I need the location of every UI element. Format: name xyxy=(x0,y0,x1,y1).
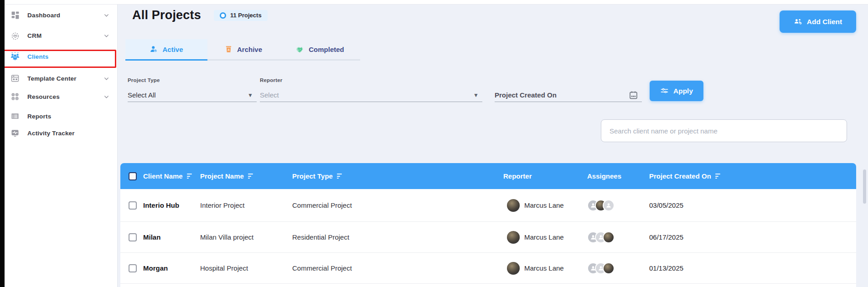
reporter-cell: Marcus Lane xyxy=(503,199,581,212)
row-checkbox[interactable] xyxy=(129,233,137,241)
vertical-scrollbar[interactable] xyxy=(863,169,866,204)
add-client-label: Add Client xyxy=(807,18,842,26)
main-content: All Projects 11 Projects Add Client Acti… xyxy=(118,0,868,287)
chevron-down-icon[interactable] xyxy=(103,12,109,18)
project-type: Commercial Project xyxy=(292,264,503,272)
chevron-down-icon[interactable] xyxy=(103,76,109,82)
calendar-icon xyxy=(629,90,642,100)
select-all-checkbox[interactable] xyxy=(129,172,137,180)
project-type: Residential Project xyxy=(292,233,503,241)
sidebar-item-label: CRM xyxy=(27,32,41,39)
add-client-button[interactable]: Add Client xyxy=(780,10,856,33)
search-bar xyxy=(601,119,847,142)
reporter-name: Marcus Lane xyxy=(524,233,564,241)
sidebar-item-label: Clients xyxy=(27,53,48,60)
person-check-icon xyxy=(150,45,158,53)
assignee-avatar[interactable] xyxy=(603,262,615,274)
reporter-name: Marcus Lane xyxy=(524,201,564,209)
sidebar-item-reports[interactable]: Reports xyxy=(5,108,117,125)
column-project-name[interactable]: Project Name xyxy=(200,172,292,180)
project-type: Commercial Project xyxy=(292,201,503,209)
add-client-icon xyxy=(794,17,802,26)
reporter-select[interactable]: Select ▼ xyxy=(260,88,482,102)
page-title: All Projects xyxy=(132,8,201,22)
column-client-name[interactable]: Client Name xyxy=(143,172,200,180)
circle-badge-icon xyxy=(220,12,226,19)
crm-icon xyxy=(10,31,20,41)
title-row: All Projects 11 Projects xyxy=(132,8,268,22)
sidebar-item-dashboard[interactable]: Dashboard xyxy=(5,6,117,24)
tab-completed[interactable]: Completed xyxy=(279,39,360,61)
search-input[interactable] xyxy=(601,119,847,142)
tab-archive[interactable]: Archive xyxy=(207,39,279,61)
project-name: Hospital Project xyxy=(200,264,292,272)
app-window: Dashboard CRM xyxy=(0,0,868,287)
template-center-icon xyxy=(10,73,20,83)
sidebar-item-activity-tracker[interactable]: Activity Tracker xyxy=(5,124,117,142)
row-checkbox[interactable] xyxy=(129,264,137,272)
project-name: Milan Villa project xyxy=(200,233,292,241)
sidebar-item-crm[interactable]: CRM xyxy=(5,27,117,44)
chevron-down-icon[interactable] xyxy=(103,94,109,100)
dropdown-arrow-icon: ▼ xyxy=(248,92,257,98)
assignee-avatar[interactable] xyxy=(603,200,615,211)
project-created-date: 06/17/2025 xyxy=(649,233,856,241)
projects-count-badge: 11 Projects xyxy=(214,10,268,21)
project-created-date: 03/05/2025 xyxy=(649,201,856,209)
reporter-avatar xyxy=(507,231,520,244)
column-project-type[interactable]: Project Type xyxy=(292,172,503,180)
sidebar-item-resources[interactable]: Resources xyxy=(5,88,117,105)
apply-button[interactable]: Apply xyxy=(650,81,703,101)
sidebar-item-label: Resources xyxy=(27,93,60,100)
column-project-created-on[interactable]: Project Created On xyxy=(649,172,856,180)
resources-icon xyxy=(10,92,20,102)
assignee-avatar[interactable] xyxy=(603,231,615,243)
tab-label: Active xyxy=(162,46,183,53)
tabs-bar: Active Archive Completed xyxy=(125,39,360,61)
sidebar-item-label: Activity Tracker xyxy=(27,130,75,137)
window-left-edge xyxy=(0,0,5,287)
sort-icon[interactable] xyxy=(187,174,192,179)
apply-label: Apply xyxy=(673,87,693,95)
tab-active[interactable]: Active xyxy=(125,39,207,61)
reporter-cell: Marcus Lane xyxy=(503,231,581,244)
tab-label: Archive xyxy=(237,46,262,53)
table-header-row: Client Name Project Name Project Type Re… xyxy=(120,163,856,189)
trash-recycle-icon xyxy=(225,45,232,53)
client-name: Milan xyxy=(143,233,200,241)
assignees-cell xyxy=(581,262,649,274)
project-type-value: Select All xyxy=(128,91,156,99)
table-row[interactable]: Interio Hub Interior Project Commercial … xyxy=(120,189,856,222)
assignees-cell xyxy=(581,200,649,211)
reports-icon xyxy=(10,111,20,121)
reporter-name: Marcus Lane xyxy=(524,264,564,272)
dropdown-arrow-icon: ▼ xyxy=(473,92,482,98)
date-placeholder: Project Created On xyxy=(495,91,557,99)
sort-icon[interactable] xyxy=(715,174,720,179)
project-type-select[interactable]: Select All ▼ xyxy=(128,88,257,102)
column-assignees: Assignees xyxy=(581,172,649,180)
row-checkbox[interactable] xyxy=(129,201,137,210)
sidebar-item-label: Dashboard xyxy=(27,12,60,19)
sort-icon[interactable] xyxy=(248,174,253,179)
chevron-down-icon[interactable] xyxy=(103,33,109,39)
project-created-on-datepicker[interactable]: Project Created On xyxy=(495,88,642,102)
reporter-placeholder: Select xyxy=(260,91,279,99)
column-reporter: Reporter xyxy=(503,172,581,180)
table-row[interactable]: Morgan Hospital Project Commercial Proje… xyxy=(120,253,856,284)
sidebar-item-label: Template Center xyxy=(27,75,77,82)
clients-icon xyxy=(10,51,20,62)
sidebar-item-template-center[interactable]: Template Center xyxy=(5,70,117,87)
top-strip xyxy=(0,0,868,5)
sort-icon[interactable] xyxy=(337,174,342,179)
projects-table: Client Name Project Name Project Type Re… xyxy=(120,163,856,287)
activity-tracker-icon xyxy=(10,128,20,138)
project-created-date: 01/13/2025 xyxy=(649,264,856,272)
sidebar-item-clients[interactable]: Clients xyxy=(5,48,117,65)
sliders-icon xyxy=(660,87,669,95)
projects-count-label: 11 Projects xyxy=(230,12,262,19)
table-row[interactable]: Milan Milan Villa project Residential Pr… xyxy=(120,222,856,253)
reporter-avatar xyxy=(507,262,520,275)
sidebar: Dashboard CRM xyxy=(0,0,118,287)
sidebar-item-label: Reports xyxy=(27,113,51,120)
